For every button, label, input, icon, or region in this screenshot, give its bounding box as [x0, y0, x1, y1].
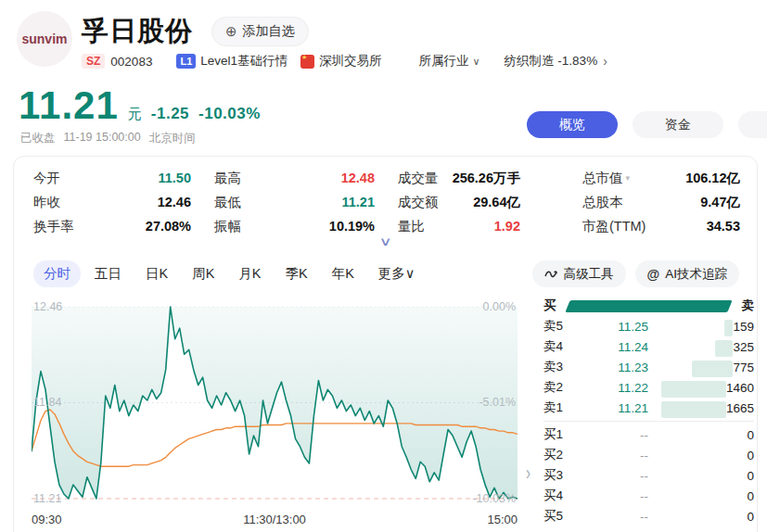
- price-change: -1.25: [151, 105, 189, 123]
- buy-level-row[interactable]: 买4--0: [543, 486, 754, 506]
- level-volume: 0: [661, 465, 754, 486]
- sell-side-label: 卖: [742, 298, 755, 314]
- chart-tab-分时[interactable]: 分时: [33, 260, 81, 287]
- intraday-chart[interactable]: [32, 296, 518, 509]
- tab-简况[interactable]: 简况: [738, 111, 767, 138]
- level-label: 买4: [543, 488, 575, 504]
- order-book-divider: [543, 421, 754, 422]
- stock-title: 孚日股份: [82, 13, 193, 50]
- stats-column: 最高12.48最低11.21振幅10.19%: [214, 166, 375, 238]
- chart-tab-更多[interactable]: 更多∨: [368, 260, 426, 287]
- sell-level-row[interactable]: 卖411.24325: [543, 336, 754, 357]
- stat-value: 9.47亿: [700, 194, 740, 211]
- stat-label: 量比: [398, 218, 425, 235]
- buy-queue: 买1--0买2--0买3--0买4--0买5--0: [543, 424, 754, 526]
- volume-value: 0: [747, 489, 754, 503]
- volume-value: 0: [747, 510, 754, 524]
- chart-tab-季K[interactable]: 季K: [275, 260, 318, 287]
- buy-level-row[interactable]: 买3--0: [543, 465, 754, 486]
- stats-column: 成交量256.26万手成交额29.64亿量比1.92: [398, 166, 520, 238]
- volume-bar: [692, 361, 733, 377]
- stat-成交量: 成交量256.26万手: [398, 166, 520, 190]
- sell-level-row[interactable]: 卖511.25159: [543, 316, 754, 336]
- level-label: 卖2: [543, 379, 575, 396]
- price-unit: 元: [128, 106, 142, 123]
- level-label: Level1基础行情: [200, 53, 288, 70]
- stat-换手率: 换手率27.08%: [33, 214, 191, 238]
- stat-label: 今开: [33, 170, 60, 187]
- stat-今开: 今开11.50: [33, 166, 191, 190]
- industry-dropdown[interactable]: 所属行业 ∨: [419, 53, 480, 70]
- volume-value: 0: [747, 428, 754, 442]
- sell-level-row[interactable]: 卖211.221460: [543, 377, 754, 398]
- level-label: 买1: [543, 426, 575, 443]
- stat-市盈(TTM): 市盈(TTM)34.53: [582, 214, 740, 238]
- buy-sell-ratio-bar: [565, 300, 734, 312]
- chart-tab-年K[interactable]: 年K: [322, 260, 364, 287]
- volume-bar: [715, 340, 733, 357]
- market-status-row: 已收盘 11-19 15:00:00 北京时间: [20, 131, 196, 146]
- caret-down-icon[interactable]: ▾: [626, 173, 631, 183]
- stat-label: 最低: [214, 194, 241, 211]
- buy-level-row[interactable]: 买5--0: [543, 506, 754, 526]
- volume-value: 159: [733, 320, 754, 334]
- level-price: 11.22: [575, 381, 661, 395]
- chart-tools: 高级工具@AI技术追踪: [532, 260, 739, 287]
- stat-昨收: 昨收12.46: [33, 190, 191, 214]
- chart-tab-日K[interactable]: 日K: [135, 260, 178, 287]
- level-volume: 0: [661, 424, 754, 445]
- stat-value: 34.53: [707, 219, 740, 234]
- chart-tab-月K[interactable]: 月K: [228, 260, 271, 287]
- stat-振幅: 振幅10.19%: [214, 214, 375, 238]
- collapse-stats-chevron-icon[interactable]: ∨: [379, 234, 392, 248]
- level-price: 11.21: [575, 401, 661, 415]
- level-volume: 325: [661, 336, 754, 357]
- stat-最低: 最低11.21: [214, 190, 375, 214]
- level-label: 卖1: [543, 399, 575, 416]
- tool-label: 高级工具: [564, 266, 614, 283]
- volume-value: 1665: [726, 401, 754, 415]
- company-logo: sunvim: [17, 11, 72, 67]
- stat-value: 11.21: [342, 195, 376, 209]
- stats-column: 今开11.50昨收12.46换手率27.08%: [33, 166, 191, 238]
- market-status: 已收盘: [20, 131, 56, 146]
- stat-量比: 量比1.92: [398, 214, 520, 238]
- level-volume: 0: [661, 445, 754, 465]
- chart-tab-五日[interactable]: 五日: [84, 260, 132, 287]
- buy-level-row[interactable]: 买1--0: [543, 424, 754, 445]
- expand-panel-chevron-icon[interactable]: ›: [526, 461, 531, 485]
- tool-label: AI技术追踪: [665, 266, 727, 283]
- tab-概览[interactable]: 概览: [527, 111, 618, 138]
- volume-bar: [724, 320, 733, 336]
- tool-高级工具[interactable]: 高级工具: [532, 260, 626, 287]
- level-price: --: [575, 449, 661, 462]
- stock-detail-page: { "header": { "logo_text": "sunvim", "ti…: [0, 0, 767, 532]
- sell-queue: 卖511.25159卖411.24325卖311.23775卖211.22146…: [543, 316, 754, 418]
- stat-label: 昨收: [33, 194, 60, 211]
- stat-成交额: 成交额29.64亿: [398, 190, 520, 214]
- buy-side-label: 买: [543, 298, 556, 314]
- level-badge-icon: L1: [176, 54, 196, 69]
- tab-资金[interactable]: 资金: [633, 111, 723, 138]
- time-open: 09:30: [32, 513, 62, 526]
- add-watchlist-button[interactable]: ⊕ 添加自选: [211, 17, 309, 46]
- tool-AI技术追踪[interactable]: @AI技术追踪: [635, 260, 739, 287]
- stat-label: 成交量: [398, 170, 439, 187]
- stat-label: 总市值▾: [582, 170, 630, 187]
- buy-level-row[interactable]: 买2--0: [543, 445, 754, 465]
- stat-value: 27.08%: [146, 219, 191, 234]
- chart-tab-周K[interactable]: 周K: [182, 260, 224, 287]
- sell-level-row[interactable]: 卖111.211665: [543, 398, 754, 418]
- level-label: 卖5: [543, 318, 575, 335]
- order-book: 买 卖 卖511.25159卖411.24325卖311.23775卖211.2…: [543, 296, 754, 526]
- stat-value: 106.12亿: [685, 170, 740, 187]
- last-price: 11.21: [19, 83, 119, 128]
- exchange-flag-icon: [300, 55, 314, 69]
- quote-datetime: 11-19 15:00:00: [64, 131, 141, 146]
- industry-link[interactable]: 纺织制造 -1.83% ›: [505, 53, 607, 70]
- quote-detail-card: 今开11.50昨收12.46换手率27.08%最高12.48最低11.21振幅1…: [13, 156, 758, 532]
- stock-code: 002083: [110, 55, 152, 69]
- sell-level-row[interactable]: 卖311.23775: [543, 357, 754, 377]
- axis-label-low: 11.21: [33, 492, 61, 505]
- stat-label: 最高: [214, 170, 241, 187]
